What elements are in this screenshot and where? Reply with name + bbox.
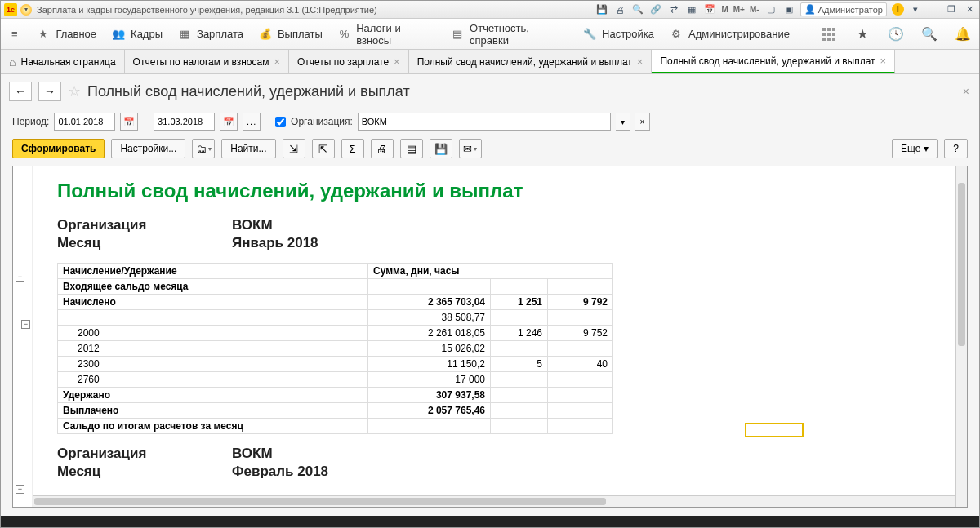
vertical-scrollbar[interactable] xyxy=(956,166,967,507)
memory-m[interactable]: M xyxy=(721,5,728,14)
outline-toggle[interactable]: − xyxy=(16,485,24,494)
calc-icon[interactable]: ▦ xyxy=(685,3,698,16)
table-icon: ▦ xyxy=(177,27,192,42)
star-icon: ★ xyxy=(36,27,51,42)
table-row: Входящее сальдо месяца xyxy=(58,279,613,295)
date-to-input[interactable] xyxy=(154,113,215,131)
tab-close-icon[interactable]: × xyxy=(880,55,887,67)
report-table: Начисление/УдержаниеСумма, дни, часы Вхо… xyxy=(57,263,613,434)
outline-gutter: − − − xyxy=(13,166,33,507)
org-checkbox[interactable] xyxy=(275,117,286,127)
calendar-icon[interactable]: 📅 xyxy=(703,3,716,16)
money-icon: 💰 xyxy=(258,27,273,42)
bell-icon[interactable]: 🔔 xyxy=(954,24,973,44)
org-input[interactable] xyxy=(358,113,611,131)
print-icon[interactable]: 🖨 xyxy=(613,3,626,16)
minimize-icon[interactable]: — xyxy=(927,3,940,16)
tab-svod-1[interactable]: Полный свод начислений, удержаний и выпл… xyxy=(409,50,653,73)
menu-otchet[interactable]: ▤Отчетность, справки xyxy=(451,22,568,47)
outline-toggle[interactable]: − xyxy=(16,273,24,282)
window2-icon[interactable]: ▣ xyxy=(782,3,795,16)
doc-icon: ▤ xyxy=(451,27,465,42)
tab-reports-salary[interactable]: Отчеты по зарплате× xyxy=(289,50,409,73)
maximize-icon[interactable]: ❐ xyxy=(945,3,958,16)
date-to-picker-icon[interactable]: 📅 xyxy=(220,113,238,131)
table-row: 201215 026,02 xyxy=(58,341,613,357)
tab-close-icon[interactable]: × xyxy=(394,55,400,68)
nav-forward-button[interactable]: → xyxy=(38,82,61,101)
tab-close-icon[interactable]: × xyxy=(274,55,280,68)
close-window-icon[interactable]: ✕ xyxy=(963,3,976,16)
menu-nastroyka[interactable]: 🔧Настройка xyxy=(582,27,654,42)
org-label: Организация: xyxy=(291,116,353,127)
memory-m-minus[interactable]: M- xyxy=(750,5,760,14)
report-area: − − − Полный свод начислений, удержаний … xyxy=(12,166,968,508)
apps-grid-icon[interactable] xyxy=(819,24,838,44)
find-button[interactable]: Найти... xyxy=(221,139,275,158)
mail-icon[interactable]: ✉ xyxy=(459,139,482,158)
page-header: ← → ☆ Полный свод начислений, удержаний … xyxy=(1,74,979,109)
info-icon[interactable]: i xyxy=(892,3,904,16)
menu-admin[interactable]: ⚙Администрирование xyxy=(669,27,790,42)
more-button[interactable]: Еще ▾ xyxy=(892,139,938,158)
org-dropdown-icon[interactable]: ▾ xyxy=(616,113,630,131)
period-dash: – xyxy=(143,116,149,127)
menu-nalogi[interactable]: %Налоги и взносы xyxy=(337,22,436,47)
tab-close-icon[interactable]: × xyxy=(637,55,644,68)
percent-icon: % xyxy=(337,27,351,42)
favorite-icon[interactable]: ★ xyxy=(853,24,871,44)
page-title: Полный свод начислений, удержаний и выпл… xyxy=(87,83,410,100)
search-icon[interactable]: 🔍 xyxy=(631,3,644,16)
tab-svod-2[interactable]: Полный свод начислений, удержаний и выпл… xyxy=(652,50,895,73)
date-from-picker-icon[interactable]: 📅 xyxy=(120,113,138,131)
print-button-icon[interactable]: 🖨 xyxy=(371,139,394,158)
page-close-icon[interactable]: × xyxy=(963,85,969,98)
home-icon: ⌂ xyxy=(9,55,16,69)
tab-reports-taxes[interactable]: Отчеты по налогам и взносам× xyxy=(125,50,289,73)
info-dropdown-icon[interactable]: ▾ xyxy=(909,3,922,16)
date-from-input[interactable] xyxy=(54,113,115,131)
search-menu-icon[interactable]: 🔍 xyxy=(920,24,939,44)
menu-zarplata[interactable]: ▦Зарплата xyxy=(177,27,243,42)
report-title: Полный свод начислений, удержаний и выпл… xyxy=(57,180,942,202)
save-report-icon[interactable]: 💾 xyxy=(430,139,452,158)
collapse-groups-icon[interactable]: ⇱ xyxy=(312,139,335,158)
menu-kadry[interactable]: 👥Кадры xyxy=(111,27,163,42)
link-icon[interactable]: 🔗 xyxy=(649,3,662,16)
period-select-button[interactable]: ... xyxy=(243,113,261,131)
org-label: Организация xyxy=(57,217,232,233)
save-icon[interactable]: 💾 xyxy=(595,3,608,16)
settings-button[interactable]: Настройки... xyxy=(111,139,185,158)
tab-home[interactable]: ⌂Начальная страница xyxy=(1,50,125,73)
menu-toggle-icon[interactable]: ≡ xyxy=(7,27,21,42)
preview-icon[interactable]: ▤ xyxy=(400,139,423,158)
variant-button[interactable]: 🗂 xyxy=(192,139,215,158)
titlebar: 1c ▾ Зарплата и кадры государственного у… xyxy=(1,1,979,19)
compare-icon[interactable]: ⇄ xyxy=(667,3,680,16)
history-icon[interactable]: 🕓 xyxy=(886,24,905,44)
filter-bar: Период: 📅 – 📅 ... Организация: ▾ × xyxy=(1,109,979,135)
favorite-star-icon[interactable]: ☆ xyxy=(68,82,81,100)
table-row: 276017 000 xyxy=(58,372,613,388)
table-row: Выплачено2 057 765,46 xyxy=(58,403,613,419)
taskbar xyxy=(1,516,979,527)
menu-vyplaty[interactable]: 💰Выплаты xyxy=(258,27,323,42)
user-badge[interactable]: 👤 Администратор xyxy=(800,2,887,16)
expand-groups-icon[interactable]: ⇲ xyxy=(283,139,305,158)
help-button[interactable]: ? xyxy=(944,139,968,158)
outline-toggle[interactable]: − xyxy=(21,320,30,329)
user-name: Администратор xyxy=(818,5,883,15)
horizontal-scrollbar[interactable] xyxy=(33,495,956,507)
memory-m-plus[interactable]: M+ xyxy=(733,5,745,14)
user-icon: 👤 xyxy=(804,4,816,15)
menu-main[interactable]: ★Главное xyxy=(36,27,96,42)
table-row: Удержано307 937,58 xyxy=(58,388,613,403)
sum-icon[interactable]: Σ xyxy=(341,139,364,158)
nav-back-button[interactable]: ← xyxy=(9,82,32,101)
generate-button[interactable]: Сформировать xyxy=(12,139,105,158)
window1-icon[interactable]: ▢ xyxy=(764,3,777,16)
org-clear-icon[interactable]: × xyxy=(635,113,650,131)
titlebar-dropdown-icon[interactable]: ▾ xyxy=(20,4,32,16)
gear-icon: ⚙ xyxy=(669,27,684,42)
table-row: Начислено2 365 703,041 2519 792 xyxy=(58,295,613,310)
